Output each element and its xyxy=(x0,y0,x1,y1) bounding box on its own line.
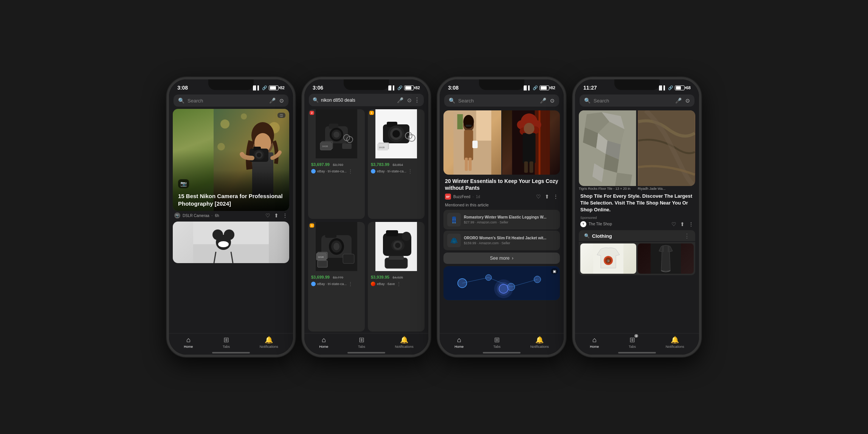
nav-notifications-3[interactable]: 🔔 Notifications xyxy=(530,336,549,349)
product-info-2-4: $3,939.95 $4,925 eBay · 6ave ⋮ xyxy=(368,271,425,289)
video-card-3[interactable]: ▣ xyxy=(443,266,560,300)
nav-notifications-label-1: Notifications xyxy=(260,345,278,349)
hero-card-1[interactable]: ◫ 📷 15 Best Nikon Camera for Professiona… xyxy=(173,109,289,211)
camera-search-icon[interactable]: ⊙ xyxy=(279,98,284,104)
seller-more-2-3[interactable]: ⋮ xyxy=(348,281,353,287)
cam-icon-2[interactable]: ⊙ xyxy=(407,97,412,103)
product-card-2-3[interactable]: 1 32GB xyxy=(308,222,365,332)
tabs-badge-4: 1 xyxy=(634,334,638,338)
seller-more-2-1[interactable]: ⋮ xyxy=(348,169,353,174)
nav-home-3[interactable]: ⌂ Home xyxy=(454,336,463,349)
more-icon-4[interactable]: ⋮ xyxy=(688,221,694,227)
more-icon-3[interactable]: ⋮ xyxy=(553,194,558,200)
tabs-icon-3: ⊞ xyxy=(494,336,500,344)
nav-tabs-1[interactable]: ⊞ Tabs xyxy=(223,336,230,349)
status-icons-3: ▐▌▌ 🔗 82 xyxy=(522,85,555,90)
content-2: 2 16GB xyxy=(304,108,428,333)
product-thumb-3-2: 🧥 xyxy=(447,234,461,247)
svg-point-99 xyxy=(499,284,508,293)
search-actions-3: 🎤 ⊙ xyxy=(540,98,555,104)
svg-rect-59 xyxy=(386,230,398,236)
search-bar-1[interactable]: 🔍 Search 🎤 ⊙ xyxy=(174,95,288,107)
seller-avatar-2-2 xyxy=(371,169,375,174)
chevron-right-icon: › xyxy=(512,256,513,261)
shop-info-4: T The Tile Shop xyxy=(580,221,612,227)
product-row-3-1[interactable]: 👖 Romastory Winter Warm Elastic Leggings… xyxy=(443,210,560,229)
product-card-2-1[interactable]: 2 16GB xyxy=(308,109,365,219)
mic-icon-4[interactable]: 🎤 xyxy=(675,98,682,104)
mic-icon-3[interactable]: 🎤 xyxy=(540,98,546,104)
price-new-2-1: $3,697.99 xyxy=(311,162,330,167)
svg-rect-56 xyxy=(343,254,354,264)
nav-tabs-4[interactable]: ⊞ 1 Tabs xyxy=(629,336,636,349)
nav-notifications-4[interactable]: 🔔 Notifications xyxy=(666,336,684,349)
home-bar-1 xyxy=(212,352,250,353)
share-icon-3[interactable]: ⬆ xyxy=(545,194,549,200)
search-actions-4: 🎤 ⊙ xyxy=(675,98,690,104)
svg-rect-78 xyxy=(539,110,541,175)
phone-4: 11:27 ▐▌▌ 🔗 68 🔍 Search 🎤 ⊙ xyxy=(573,77,701,357)
like-icon-4[interactable]: ♡ xyxy=(671,221,676,227)
nav-home-4[interactable]: ⌂ Home xyxy=(590,336,599,349)
fashion-woman2-svg xyxy=(502,110,560,175)
svg-point-19 xyxy=(224,229,234,240)
product-price-3-2: $159.99 · Amazon.com · Seller xyxy=(464,241,556,245)
status-bar-3: 3:08 ▐▌▌ 🔗 82 xyxy=(440,79,564,93)
nav-home-2[interactable]: ⌂ Home xyxy=(319,336,328,349)
seller-more-2-2[interactable]: ⋮ xyxy=(408,169,412,174)
see-more-button-3[interactable]: See more › xyxy=(443,253,560,264)
article-image-3 xyxy=(443,110,560,175)
svg-rect-65 xyxy=(389,256,404,260)
cam-icon-4[interactable]: ⊙ xyxy=(685,98,690,104)
like-icon-3[interactable]: ♡ xyxy=(536,194,541,200)
search-bar-4[interactable]: 🔍 Search 🎤 ⊙ xyxy=(580,95,694,107)
svg-point-40 xyxy=(392,130,400,138)
clothing-more-icon[interactable]: ⋮ xyxy=(684,232,690,240)
search-icon: 🔍 xyxy=(178,98,184,104)
nav-notifications-2[interactable]: 🔔 Notifications xyxy=(395,336,414,349)
mic-icon-2[interactable]: 🎤 xyxy=(397,97,403,103)
clothing-item-2[interactable] xyxy=(638,243,694,274)
search-bar-3[interactable]: 🔍 Search 🎤 ⊙ xyxy=(444,95,559,107)
tile-2-4[interactable] xyxy=(638,110,695,186)
search-bar-2[interactable]: 🔍 nikon d850 deals 🎤 ⊙ ⋮ xyxy=(309,94,424,106)
seller-more-2-4[interactable]: ⋮ xyxy=(397,281,401,287)
svg-rect-70 xyxy=(464,130,473,160)
nav-home-1[interactable]: ⌂ Home xyxy=(184,336,193,349)
price-old-2-4: $4,925 xyxy=(392,276,403,279)
home-indicator-1 xyxy=(169,352,293,355)
more-icon-2[interactable]: ⋮ xyxy=(414,96,420,104)
product-row-3-2[interactable]: 🧥 ORORO Women's Slim Fit Heated Jacket w… xyxy=(443,231,560,250)
nav-tabs-3[interactable]: ⊞ Tabs xyxy=(493,336,501,349)
product-card-2-2[interactable]: 1 16GB xyxy=(368,109,425,219)
svg-rect-75 xyxy=(473,141,478,148)
signal-icon-3: ▐▌▌ xyxy=(522,85,531,90)
source-time-3: 1d xyxy=(476,195,480,199)
tile-1-4[interactable] xyxy=(579,110,636,186)
content-3: 20 Winter Essentials to Keep Your Legs C… xyxy=(440,109,564,333)
microphone-icon[interactable]: 🎤 xyxy=(269,98,276,104)
seller-name-2-2: eBay · tri-state-ca... xyxy=(377,169,406,173)
svg-marker-110 xyxy=(615,173,632,186)
ad-meta-4: T The Tile Shop ♡ ⬆ ⋮ xyxy=(575,220,699,229)
product-badge-2-3: 1 xyxy=(310,223,314,228)
cam-icon-3[interactable]: ⊙ xyxy=(550,98,555,104)
nav-notifications-1[interactable]: 🔔 Notifications xyxy=(260,336,278,349)
product-card-2-4[interactable]: $3,939.95 $4,925 eBay · 6ave ⋮ xyxy=(368,222,425,332)
product-svg-2-2: 16GB xyxy=(375,109,417,158)
share-icon-4[interactable]: ⬆ xyxy=(680,221,685,227)
clothing-svg-2 xyxy=(651,243,681,274)
svg-rect-68 xyxy=(457,114,463,129)
card2-1[interactable] xyxy=(173,222,289,263)
share-icon[interactable]: ⬆ xyxy=(274,212,279,219)
like-icon[interactable]: ♡ xyxy=(265,212,270,219)
product-info-text-3-1: Romastory Winter Warm Elastic Leggings W… xyxy=(464,215,556,224)
clothing-item-1[interactable]: 🦃 xyxy=(580,243,636,274)
home-indicator-4 xyxy=(575,352,699,355)
price-old-2-3: $3,779 xyxy=(333,276,343,279)
nav-tabs-2[interactable]: ⊞ Tabs xyxy=(358,336,365,349)
search-placeholder-4: Search xyxy=(594,98,672,104)
more-icon[interactable]: ⋮ xyxy=(282,212,288,219)
search-icon-2: 🔍 xyxy=(313,97,319,103)
svg-point-88 xyxy=(524,123,535,134)
